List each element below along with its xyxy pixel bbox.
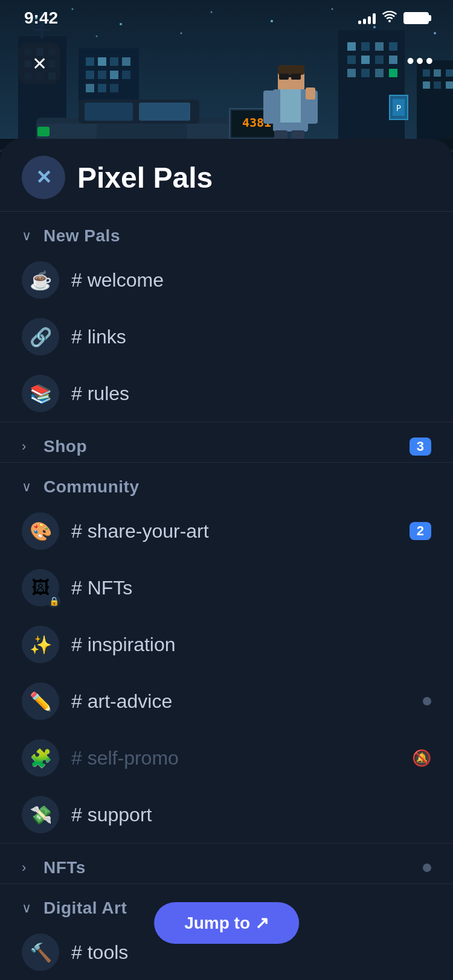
channel-tools-icon: 🔨 xyxy=(22,934,59,971)
svg-rect-55 xyxy=(434,81,441,89)
category-shop-label: Shop xyxy=(43,437,402,456)
channel-share-name: # share-your-art xyxy=(71,520,397,542)
svg-rect-81 xyxy=(289,75,292,77)
close-button[interactable]: ✕ xyxy=(18,42,60,84)
channel-nfts-emoji: 🖼 xyxy=(31,578,50,598)
lock-icon: 🔒 xyxy=(47,594,60,608)
battery-icon xyxy=(403,12,429,24)
channel-links-name: # links xyxy=(71,326,431,348)
chevron-right-icon-2: › xyxy=(22,860,36,876)
channel-art-advice-icon: ✏️ xyxy=(22,682,59,720)
art-advice-dot xyxy=(423,697,431,705)
svg-rect-32 xyxy=(110,71,118,79)
svg-rect-31 xyxy=(98,71,106,79)
channel-art-advice-emoji: ✏️ xyxy=(30,691,52,712)
channel-art-advice-name: # art-advice xyxy=(71,690,411,713)
svg-rect-29 xyxy=(122,57,130,66)
server-name: Pixel Pals xyxy=(77,161,213,194)
channel-welcome-icon: ☕ xyxy=(22,261,59,299)
channel-welcome[interactable]: ☕ # welcome xyxy=(0,252,453,308)
category-community-label: Community xyxy=(43,477,431,497)
channel-inspiration-icon: ✨ xyxy=(22,626,59,663)
svg-rect-39 xyxy=(361,42,370,51)
channel-tools-name: # tools xyxy=(71,941,431,964)
category-nfts[interactable]: › NFTs xyxy=(0,844,453,883)
channel-self-promo-emoji: 🧩 xyxy=(30,748,52,769)
svg-rect-28 xyxy=(110,57,118,66)
svg-rect-78 xyxy=(278,65,304,75)
svg-rect-34 xyxy=(86,84,94,92)
chevron-down-icon-2: ∨ xyxy=(22,479,36,495)
share-badge: 2 xyxy=(410,522,431,540)
channel-share-emoji: 🎨 xyxy=(30,521,52,542)
channel-nfts-icon: 🖼 🔒 xyxy=(22,569,59,606)
channel-links-icon: 🔗 xyxy=(22,318,59,355)
channel-rules-emoji: 📚 xyxy=(30,383,52,404)
channel-inspiration[interactable]: ✨ # inspiration xyxy=(0,616,453,673)
svg-rect-53 xyxy=(446,69,453,77)
shop-badge: 3 xyxy=(410,438,431,456)
channel-share-your-art[interactable]: 🎨 # share-your-art 2 xyxy=(0,503,453,559)
jump-to-button[interactable]: Jump to ↗ xyxy=(154,902,299,944)
svg-rect-38 xyxy=(347,42,356,51)
svg-text:P: P xyxy=(396,103,401,113)
status-bar: 9:42 xyxy=(0,0,453,36)
svg-rect-40 xyxy=(375,42,384,51)
category-new-pals[interactable]: ∨ New Pals xyxy=(0,212,453,252)
svg-rect-47 xyxy=(361,69,370,77)
category-community[interactable]: ∨ Community xyxy=(0,463,453,503)
channel-tools-emoji: 🔨 xyxy=(30,942,52,963)
channel-links-emoji: 🔗 xyxy=(30,326,52,348)
svg-rect-27 xyxy=(98,57,106,66)
channel-links[interactable]: 🔗 # links xyxy=(0,308,453,365)
channel-welcome-name: # welcome xyxy=(71,269,431,291)
nfts-category-dot xyxy=(423,864,431,872)
channel-rules-icon: 📚 xyxy=(22,375,59,412)
server-icon-text: ✕ xyxy=(36,166,52,189)
svg-rect-36 xyxy=(110,84,118,92)
svg-rect-45 xyxy=(389,56,397,64)
main-panel: ✕ Pixel Pals ∨ New Pals ☕ # welcome 🔗 # … xyxy=(0,139,453,980)
svg-rect-33 xyxy=(122,71,130,79)
channel-nfts[interactable]: 🖼 🔒 # NFTs xyxy=(0,559,453,616)
svg-rect-44 xyxy=(375,56,384,64)
svg-rect-84 xyxy=(263,91,275,124)
channel-rules-name: # rules xyxy=(71,383,431,405)
channel-support[interactable]: 💸 # support xyxy=(0,786,453,843)
channel-support-name: # support xyxy=(71,804,431,826)
channel-nfts-name: # NFTs xyxy=(71,577,431,599)
signal-icon xyxy=(358,12,376,24)
svg-rect-49 xyxy=(389,69,397,77)
svg-rect-56 xyxy=(446,81,453,89)
svg-rect-30 xyxy=(86,71,94,79)
channel-support-icon: 💸 xyxy=(22,796,59,833)
channel-self-promo-name: # self-promo xyxy=(71,747,400,769)
server-header: ✕ Pixel Pals xyxy=(0,139,453,211)
server-icon: ✕ xyxy=(22,156,65,199)
svg-rect-42 xyxy=(347,56,356,64)
svg-rect-43 xyxy=(361,56,370,64)
channel-inspiration-name: # inspiration xyxy=(71,634,431,656)
channel-rules[interactable]: 📚 # rules xyxy=(0,365,453,422)
svg-rect-68 xyxy=(37,127,50,136)
bell-off-icon: 🔕 xyxy=(412,749,431,768)
status-icons xyxy=(358,10,429,26)
svg-rect-48 xyxy=(375,69,384,77)
more-icon: ••• xyxy=(406,48,435,73)
svg-rect-54 xyxy=(423,81,430,89)
svg-rect-86 xyxy=(306,88,315,100)
chevron-right-icon: › xyxy=(22,439,36,454)
wifi-icon xyxy=(382,10,397,26)
more-options-button[interactable]: ••• xyxy=(406,48,435,74)
status-time: 9:42 xyxy=(24,8,58,28)
category-new-pals-label: New Pals xyxy=(43,226,431,246)
jump-to-label: Jump to ↗ xyxy=(184,913,269,933)
channel-art-advice[interactable]: ✏️ # art-advice xyxy=(0,673,453,730)
channel-inspiration-emoji: ✨ xyxy=(30,634,52,655)
category-shop[interactable]: › Shop 3 xyxy=(0,422,453,462)
svg-rect-41 xyxy=(389,42,397,51)
svg-rect-26 xyxy=(86,57,94,66)
category-nfts-label: NFTs xyxy=(43,858,416,877)
channel-self-promo[interactable]: 🧩 # self-promo 🔕 xyxy=(0,730,453,786)
chevron-down-icon: ∨ xyxy=(22,228,36,244)
